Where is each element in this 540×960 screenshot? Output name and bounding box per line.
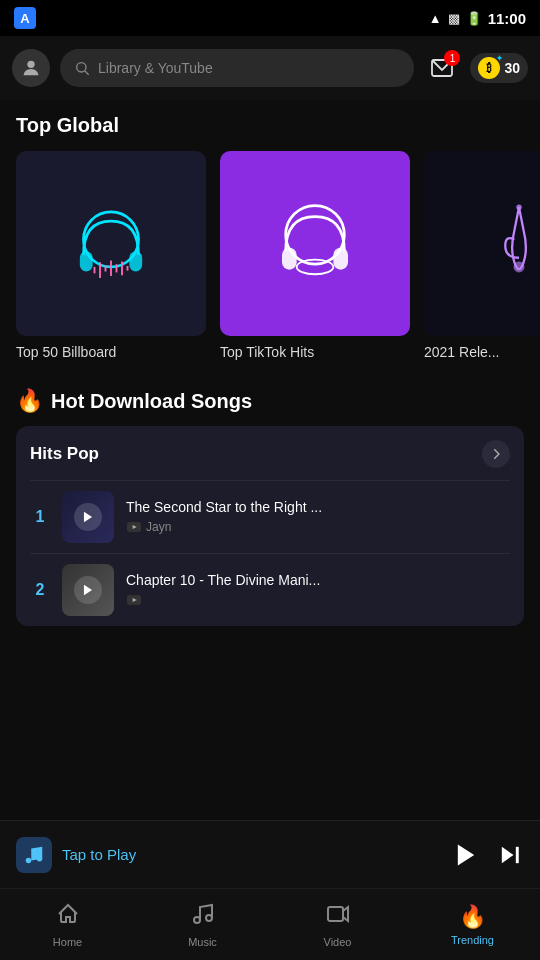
coins-count: 30 bbox=[504, 60, 520, 76]
avatar-button[interactable] bbox=[12, 49, 50, 87]
play-overlay-1 bbox=[74, 503, 102, 531]
yt-icon-1 bbox=[126, 519, 142, 535]
svg-point-17 bbox=[297, 259, 334, 274]
music-clef-icon bbox=[464, 189, 540, 299]
svg-point-26 bbox=[26, 857, 32, 863]
music-nav-icon bbox=[191, 902, 215, 932]
top-global-cards-row: Top 50 Billboard Top TikTok Hits bbox=[0, 151, 540, 360]
svg-point-19 bbox=[516, 204, 522, 210]
svg-rect-15 bbox=[282, 247, 297, 269]
song-rank-2: 2 bbox=[30, 581, 50, 599]
nav-item-trending[interactable]: 🔥 Trending bbox=[405, 889, 540, 960]
headphone-icon-1 bbox=[56, 189, 166, 299]
home-icon bbox=[56, 902, 80, 932]
nav-label-home: Home bbox=[53, 936, 82, 948]
top-global-section: Top Global bbox=[0, 114, 540, 360]
coins-button[interactable]: ₿ ✦ 30 bbox=[470, 53, 528, 83]
svg-line-2 bbox=[85, 71, 89, 75]
svg-marker-28 bbox=[458, 844, 474, 865]
svg-rect-16 bbox=[333, 247, 348, 269]
card-image-1 bbox=[16, 151, 206, 336]
svg-marker-23 bbox=[84, 585, 92, 596]
status-bar: A ▲ ▩ 🔋 11:00 bbox=[0, 0, 540, 36]
nav-label-video: Video bbox=[324, 936, 352, 948]
nav-item-video[interactable]: Video bbox=[270, 889, 405, 960]
svg-point-18 bbox=[514, 261, 525, 272]
song-row-2[interactable]: 2 Chapter 10 - The Divine Mani... bbox=[30, 553, 510, 626]
header: Library & YouTube 1 ₿ ✦ 30 bbox=[0, 36, 540, 100]
hits-pop-arrow-button[interactable] bbox=[482, 440, 510, 468]
song-rank-1: 1 bbox=[30, 508, 50, 526]
card-title-1: Top 50 Billboard bbox=[16, 344, 206, 360]
hits-pop-card: Hits Pop 1 The Se bbox=[16, 426, 524, 626]
mail-button[interactable]: 1 bbox=[424, 50, 460, 86]
svg-rect-5 bbox=[80, 251, 93, 271]
status-right: ▲ ▩ 🔋 11:00 bbox=[429, 10, 526, 27]
song-info-2: Chapter 10 - The Divine Mani... bbox=[126, 572, 510, 608]
card-top-50-billboard[interactable]: Top 50 Billboard bbox=[16, 151, 206, 360]
yt-icon-2 bbox=[126, 592, 142, 608]
song-info-1: The Second Star to the Right ... Jayn bbox=[126, 499, 510, 535]
play-icon-1 bbox=[81, 510, 95, 524]
battery-icon: 🔋 bbox=[466, 11, 482, 26]
song-title-1: The Second Star to the Right ... bbox=[126, 499, 510, 515]
video-nav-icon bbox=[326, 902, 350, 932]
top-global-title: Top Global bbox=[0, 114, 540, 137]
play-overlay-2 bbox=[74, 576, 102, 604]
song-title-2: Chapter 10 - The Divine Mani... bbox=[126, 572, 510, 588]
card-title-2: Top TikTok Hits bbox=[220, 344, 410, 360]
song-meta-2 bbox=[126, 592, 510, 608]
search-placeholder: Library & YouTube bbox=[98, 60, 213, 76]
youtube-icon-2 bbox=[127, 595, 141, 605]
nav-label-trending: Trending bbox=[451, 934, 494, 946]
svg-point-0 bbox=[27, 61, 34, 68]
mail-badge: 1 bbox=[444, 50, 460, 66]
header-icons: 1 ₿ ✦ 30 bbox=[424, 50, 528, 86]
song-thumb-1 bbox=[62, 491, 114, 543]
card-image-3 bbox=[424, 151, 540, 336]
song-artist-1: Jayn bbox=[146, 520, 171, 534]
card-image-2 bbox=[220, 151, 410, 336]
svg-marker-29 bbox=[502, 846, 514, 862]
np-tap-label[interactable]: Tap to Play bbox=[62, 846, 136, 863]
card-top-tiktok-hits[interactable]: Top TikTok Hits bbox=[220, 151, 410, 360]
play-icon-2 bbox=[81, 583, 95, 597]
song-row-1[interactable]: 1 The Second Star to the Right ... bbox=[30, 480, 510, 553]
np-next-button[interactable] bbox=[496, 841, 524, 869]
nav-label-music: Music bbox=[188, 936, 217, 948]
svg-rect-30 bbox=[516, 846, 519, 862]
next-button-icon bbox=[496, 841, 524, 869]
main-content: Top Global bbox=[0, 100, 540, 820]
card-2021-releases[interactable]: 2021 Rele... bbox=[424, 151, 540, 360]
svg-rect-6 bbox=[129, 251, 142, 271]
np-music-icon bbox=[16, 837, 52, 873]
nav-item-music[interactable]: Music bbox=[135, 889, 270, 960]
status-left: A bbox=[14, 7, 36, 29]
svg-point-27 bbox=[37, 855, 43, 861]
music-icon-np bbox=[23, 844, 45, 866]
trending-nav-icon: 🔥 bbox=[459, 904, 486, 930]
app-icon: A bbox=[14, 7, 36, 29]
svg-point-1 bbox=[77, 63, 86, 72]
coins-icon: ₿ ✦ bbox=[478, 57, 500, 79]
notification-icon: ▩ bbox=[448, 11, 460, 26]
song-meta-1: Jayn bbox=[126, 519, 510, 535]
search-bar[interactable]: Library & YouTube bbox=[60, 49, 414, 87]
np-play-button[interactable] bbox=[452, 841, 480, 869]
nav-item-home[interactable]: Home bbox=[0, 889, 135, 960]
hot-download-title: Hot Download Songs bbox=[51, 390, 252, 413]
hot-emoji: 🔥 bbox=[16, 388, 43, 414]
song-thumb-2 bbox=[62, 564, 114, 616]
svg-marker-20 bbox=[84, 512, 92, 523]
now-playing-bar: Tap to Play bbox=[0, 820, 540, 888]
sparkle-icon: ✦ bbox=[496, 54, 503, 63]
hits-pop-title: Hits Pop bbox=[30, 444, 99, 464]
search-icon bbox=[74, 60, 90, 76]
svg-point-31 bbox=[194, 917, 200, 923]
card-title-3: 2021 Rele... bbox=[424, 344, 540, 360]
svg-rect-33 bbox=[328, 907, 343, 921]
hot-download-section: 🔥 Hot Download Songs Hits Pop 1 bbox=[0, 388, 540, 626]
headphone-icon-2 bbox=[260, 189, 370, 299]
hits-pop-header: Hits Pop bbox=[30, 440, 510, 468]
hot-section-header: 🔥 Hot Download Songs bbox=[0, 388, 540, 414]
